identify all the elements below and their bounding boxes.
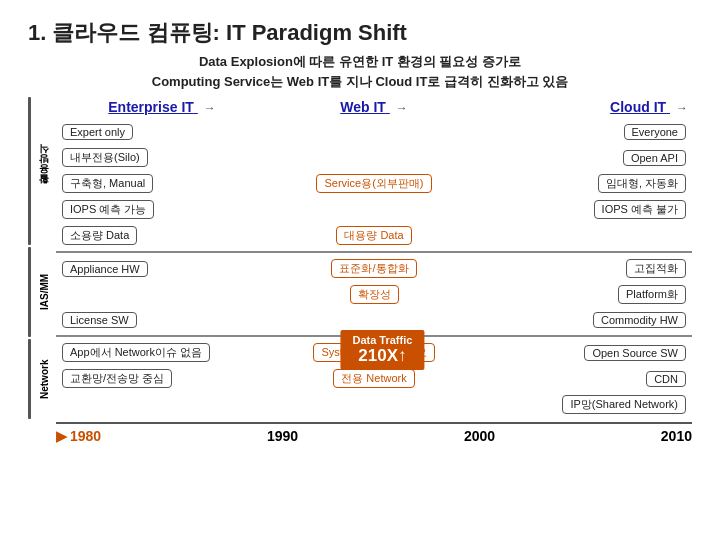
- cell-appliance: Appliance HW: [56, 259, 268, 279]
- data-traffic-label: Data Traffic: [352, 334, 412, 346]
- cell-license: License SW: [56, 310, 268, 330]
- table-row: 교환망/전송망 중심 전용 Network CDN: [56, 367, 692, 390]
- col-header-web: Web IT →: [268, 97, 480, 117]
- cell-dedicated-net: 전용 Network: [268, 367, 480, 390]
- timeline-1990: 1990: [267, 428, 298, 444]
- tag-expert-only: Expert only: [62, 124, 133, 140]
- cell-cdn: CDN: [480, 369, 692, 389]
- timeline-1980: ▶ 1980: [56, 428, 101, 444]
- cell-manual: 구축형, Manual: [56, 172, 268, 195]
- cell-small-data: 소용량 Data: [56, 224, 268, 247]
- y-axis: 활용방식 IAS/MM Network: [28, 97, 54, 444]
- timeline-2010: 2010: [661, 428, 692, 444]
- cell-empty-7: [56, 403, 268, 407]
- y-section-app: 활용방식: [28, 97, 54, 245]
- y-bar-ias: [28, 247, 31, 337]
- table-row: 확장성 Platform화: [56, 283, 692, 306]
- cell-expert-only: Expert only: [56, 122, 268, 142]
- table-row: 내부전용(Silo) Open API: [56, 146, 692, 169]
- section-divider-1: [56, 251, 692, 253]
- y-label-net: Network: [34, 339, 54, 419]
- tag-appliance: Appliance HW: [62, 261, 148, 277]
- table-row: IOPS 예측 가능 IOPS 예측 불가: [56, 198, 692, 221]
- cell-open-api: Open API: [480, 148, 692, 168]
- cell-ip-shared: IP망(Shared Network): [480, 393, 692, 416]
- cell-empty-5: [56, 293, 268, 297]
- tag-commodity: Commodity HW: [593, 312, 686, 328]
- tag-manual: 구축형, Manual: [62, 174, 153, 193]
- subtitle-line1: Data Explosion에 따른 유연한 IT 환경의 필요성 증가로: [28, 52, 692, 72]
- cell-opensource: Open Source SW: [480, 343, 692, 363]
- content-wrapper: 활용방식 IAS/MM Network Enterprise IT →: [28, 97, 692, 444]
- col-headers: Enterprise IT → Web IT → Cloud IT →: [56, 97, 692, 117]
- tag-small-data: 소용량 Data: [62, 226, 137, 245]
- data-traffic-badge: Data Traffic 210X↑: [340, 330, 424, 370]
- cell-iops-nok: IOPS 예측 불가: [480, 198, 692, 221]
- tag-dense: 고집적화: [626, 259, 686, 278]
- table-section: Enterprise IT → Web IT → Cloud IT → Expe…: [56, 97, 692, 444]
- tag-opensource: Open Source SW: [584, 345, 686, 361]
- cell-everyone: Everyone: [480, 122, 692, 142]
- triangle-icon: ▶: [56, 428, 67, 444]
- tag-exchange-net: 교환망/전송망 중심: [62, 369, 172, 388]
- cell-empty-2: [268, 156, 480, 160]
- cell-scalability: 확장성: [268, 283, 480, 306]
- cell-service: Service용(외부판매): [268, 172, 480, 195]
- table-row: Appliance HW 표준화/통합화 고집적화: [56, 257, 692, 280]
- y-section-ias: IAS/MM: [28, 247, 54, 337]
- col-header-cloud: Cloud IT →: [480, 97, 692, 117]
- cell-exchange-net: 교환망/전송망 중심: [56, 367, 268, 390]
- page: 1. 클라우드 컴퓨팅: IT Paradigm Shift Data Expl…: [0, 0, 720, 540]
- tag-ip-shared: IP망(Shared Network): [562, 395, 686, 414]
- tag-iops-nok: IOPS 예측 불가: [594, 200, 686, 219]
- cell-silo: 내부전용(Silo): [56, 146, 268, 169]
- title-korean: 1. 클라우드 컴퓨팅: [28, 20, 213, 45]
- timeline: ▶ 1980 1990 2000 2010: [56, 422, 692, 444]
- cell-no-network-issue: App에서 Network이슈 없음: [56, 341, 268, 364]
- table-row: IP망(Shared Network): [56, 393, 692, 416]
- tag-rental: 임대형, 자동화: [598, 174, 686, 193]
- arrow-cloud: →: [676, 101, 688, 115]
- table-row: Expert only Everyone: [56, 121, 692, 143]
- table-row: 소용량 Data 대용량 Data: [56, 224, 692, 247]
- tag-iops-ok: IOPS 예측 가능: [62, 200, 154, 219]
- table-row: License SW Commodity HW: [56, 309, 692, 331]
- y-bar-net: [28, 339, 31, 419]
- arrow-web: →: [396, 101, 408, 115]
- tag-no-network-issue: App에서 Network이슈 없음: [62, 343, 210, 362]
- cell-standardize: 표준화/통합화: [268, 257, 480, 280]
- tag-dedicated-net: 전용 Network: [333, 369, 414, 388]
- tag-platform: Platform화: [618, 285, 686, 304]
- subtitle-line2: Computing Service는 Web IT를 지나 Cloud IT로 …: [28, 72, 692, 92]
- y-section-net: Network: [28, 339, 54, 419]
- table-row: 구축형, Manual Service용(외부판매) 임대형, 자동화: [56, 172, 692, 195]
- timeline-2000: 2000: [464, 428, 495, 444]
- title-suffix: : IT Paradigm Shift: [213, 20, 407, 45]
- tag-cdn: CDN: [646, 371, 686, 387]
- tag-open-api: Open API: [623, 150, 686, 166]
- tag-license: License SW: [62, 312, 137, 328]
- data-traffic-value: 210X↑: [352, 346, 412, 366]
- cell-iops-ok: IOPS 예측 가능: [56, 198, 268, 221]
- tag-standardize: 표준화/통합화: [331, 259, 416, 278]
- y-bar-app: [28, 97, 31, 245]
- page-title: 1. 클라우드 컴퓨팅: IT Paradigm Shift: [28, 18, 692, 48]
- cell-empty-4: [480, 234, 692, 238]
- subtitle: Data Explosion에 따른 유연한 IT 환경의 필요성 증가로 Co…: [28, 52, 692, 91]
- tag-scalability: 확장성: [350, 285, 399, 304]
- cell-rental: 임대형, 자동화: [480, 172, 692, 195]
- cell-dense: 고집적화: [480, 257, 692, 280]
- y-label-ias: IAS/MM: [34, 247, 54, 337]
- y-label-app: 활용방식: [34, 97, 54, 245]
- tag-silo: 내부전용(Silo): [62, 148, 148, 167]
- col-header-enterprise: Enterprise IT →: [56, 97, 268, 117]
- cell-empty-6: [268, 318, 480, 322]
- cell-commodity: Commodity HW: [480, 310, 692, 330]
- cell-big-data: 대용량 Data: [268, 224, 480, 247]
- cell-platform: Platform화: [480, 283, 692, 306]
- tag-everyone: Everyone: [624, 124, 686, 140]
- tag-big-data: 대용량 Data: [336, 226, 411, 245]
- arrow-enterprise: →: [204, 101, 216, 115]
- cell-empty-3: [268, 208, 480, 212]
- cell-empty-8: [268, 403, 480, 407]
